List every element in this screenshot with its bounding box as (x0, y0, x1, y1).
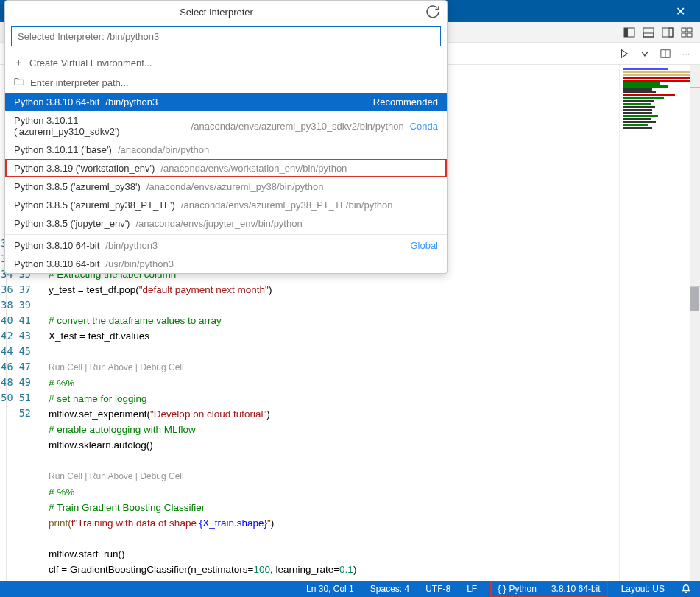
status-layout[interactable]: Layout: US (618, 581, 668, 597)
interpreter-name: Python 3.8.5 ('azureml_py38_PT_TF') (14, 199, 175, 211)
code-line: # set name for logging (49, 393, 147, 404)
more-actions-icon[interactable]: ··· (679, 47, 693, 60)
code-line: # convert the dataframe values to array (49, 315, 222, 326)
status-indent[interactable]: Spaces: 4 (367, 581, 412, 597)
svg-rect-1 (624, 28, 628, 37)
interpreter-name: Python 3.8.19 ('workstation_env') (14, 163, 155, 174)
split-editor-icon[interactable] (659, 47, 672, 60)
code-line: clf = GradientBoostingClassifier(n_estim… (49, 564, 356, 575)
code-line: mlflow.start_run() (49, 548, 125, 559)
interpreter-item-workstation-env[interactable]: Python 3.8.19 ('workstation_env') /anaco… (5, 159, 447, 177)
interpreter-tag: Global (410, 240, 438, 251)
scrollbar-thumb[interactable] (690, 286, 699, 311)
status-encoding[interactable]: UTF-8 (423, 581, 453, 597)
code-line: mlflow.set_experiment("Develop on cloud … (49, 409, 270, 420)
enter-interpreter-path[interactable]: Enter interpreter path... (5, 73, 447, 93)
interpreter-item[interactable]: Python 3.8.10 64-bit /bin/python3 Global (5, 236, 447, 255)
close-button[interactable]: ✕ (667, 1, 694, 21)
action-label: Create Virtual Environment... (29, 57, 152, 68)
svg-rect-2 (643, 28, 654, 37)
vertical-scrollbar[interactable] (690, 65, 700, 581)
code-line: # Train Gradient Boosting Classifier (49, 502, 205, 513)
minimap[interactable] (619, 65, 700, 581)
interpreter-path: /bin/python3 (105, 96, 158, 107)
status-language-highlight: { } Python 3.8.10 64-bit (490, 581, 607, 597)
language-label: Python (509, 584, 537, 594)
codelens[interactable]: Run Cell | Run Above | Debug Cell (49, 362, 184, 372)
interpreter-path: /bin/python3 (105, 240, 158, 251)
svg-rect-3 (643, 33, 654, 37)
interpreter-path: /anaconda/bin/python (118, 144, 209, 155)
interpreter-name: Python 3.8.10 64-bit (14, 258, 99, 269)
refresh-icon[interactable] (426, 5, 439, 18)
interpreter-tag: Recommended (373, 96, 438, 107)
svg-rect-7 (687, 28, 692, 32)
svg-rect-8 (682, 33, 686, 37)
status-eol[interactable]: LF (464, 581, 480, 597)
panel-bottom-icon[interactable] (641, 25, 656, 40)
action-label: Enter interpreter path... (30, 77, 129, 88)
scroll-mark (690, 87, 700, 88)
select-interpreter-panel: Select Interpreter ＋ Create Virtual Envi… (4, 0, 448, 274)
interpreter-name: Python 3.8.10 64-bit (14, 96, 99, 107)
status-python-version[interactable]: 3.8.10 64-bit (548, 581, 604, 597)
interpreter-path: /anaconda/envs/azureml_py310_sdkv2/bin/p… (191, 121, 404, 132)
code-line: # %% (49, 487, 74, 498)
interpreter-item[interactable]: Python 3.10.11 ('base') /anaconda/bin/py… (5, 141, 447, 159)
interpreter-item[interactable]: Python 3.8.5 ('azureml_py38') /anaconda/… (5, 177, 447, 196)
interpreter-path: /anaconda/envs/jupyter_env/bin/python (135, 218, 302, 229)
interpreter-item[interactable]: Python 3.8.10 64-bit /usr/bin/python3 (5, 255, 447, 273)
separator (5, 234, 447, 235)
folder-icon (14, 77, 24, 89)
indent-guide (6, 236, 7, 582)
interpreter-name: Python 3.10.11 ('azureml_py310_sdkv2') (14, 115, 185, 137)
scroll-mark (690, 286, 700, 287)
interpreter-item[interactable]: Python 3.8.5 ('azureml_py38_PT_TF') /ana… (5, 196, 447, 214)
code-line: # enable autologging with MLflow (49, 424, 196, 435)
code-line: X_test = test_df.values (49, 331, 149, 342)
interpreter-search-input[interactable] (11, 26, 441, 46)
interpreter-name: Python 3.8.5 ('jupyter_env') (14, 218, 130, 229)
interpreter-tag: Conda (410, 121, 438, 132)
svg-rect-9 (687, 33, 692, 37)
status-language[interactable]: { } Python (495, 581, 540, 597)
quickpick-title: Select Interpreter (13, 7, 420, 18)
interpreter-path: /usr/bin/python3 (105, 258, 174, 269)
create-virtual-env[interactable]: ＋ Create Virtual Environment... (5, 52, 447, 73)
plus-icon: ＋ (14, 56, 24, 69)
status-bar: Ln 30, Col 1 Spaces: 4 UTF-8 LF { } Pyth… (0, 581, 700, 597)
code-line: # %% (49, 378, 74, 389)
codelens[interactable]: Run Cell | Run Above | Debug Cell (49, 471, 184, 481)
panel-left-icon[interactable] (622, 25, 637, 40)
interpreter-path: /anaconda/envs/azureml_py38_PT_TF/bin/py… (181, 199, 393, 211)
code-line: print(f"Training with data of shape {X_t… (49, 517, 274, 529)
interpreter-item[interactable]: Python 3.8.5 ('jupyter_env') /anaconda/e… (5, 214, 447, 233)
svg-rect-6 (682, 28, 686, 32)
interpreter-name: Python 3.8.10 64-bit (14, 240, 99, 251)
svg-rect-5 (669, 28, 673, 37)
code-line: y_test = test_df.pop("default payment ne… (49, 284, 272, 295)
run-icon[interactable] (618, 47, 631, 60)
interpreter-path: /anaconda/envs/azureml_py38/bin/python (146, 181, 324, 192)
interpreter-name: Python 3.10.11 ('base') (14, 144, 112, 155)
status-cursor-position[interactable]: Ln 30, Col 1 (303, 581, 357, 597)
interpreter-item[interactable]: Python 3.8.10 64-bit /bin/python3 Recomm… (5, 93, 447, 111)
svg-rect-4 (662, 28, 673, 37)
panel-right-icon[interactable] (660, 25, 675, 40)
interpreter-path: /anaconda/envs/workstation_env/bin/pytho… (160, 163, 347, 174)
run-dropdown-icon[interactable] (638, 47, 651, 60)
braces-icon: { } (498, 584, 506, 594)
interpreter-name: Python 3.8.5 ('azureml_py38') (14, 181, 141, 192)
code-line: mlflow.sklearn.autolog() (49, 439, 153, 451)
notifications-icon[interactable] (678, 581, 694, 597)
interpreter-item[interactable]: Python 3.10.11 ('azureml_py310_sdkv2') /… (5, 111, 447, 141)
layout-grid-icon[interactable] (679, 25, 694, 40)
